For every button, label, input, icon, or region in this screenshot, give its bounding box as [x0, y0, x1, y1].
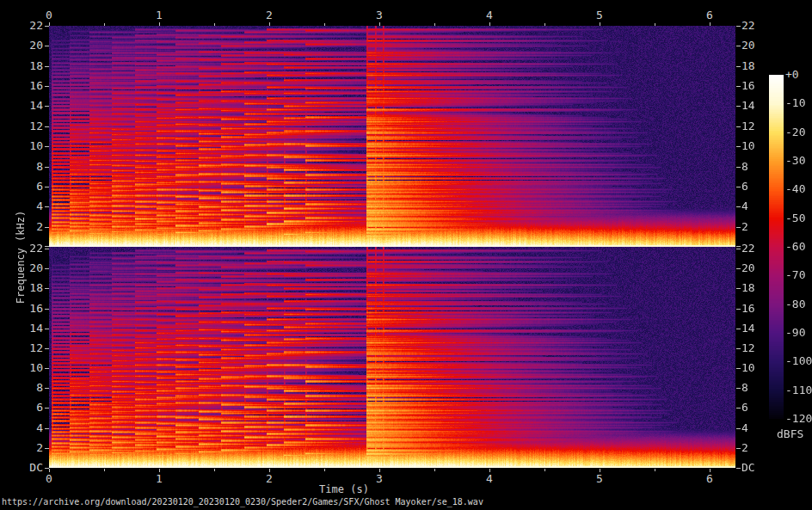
- freq-tick-label-left: 4: [12, 422, 43, 434]
- freq-tick-label-left: 18: [12, 60, 43, 72]
- time-minor-tick-top: [655, 23, 655, 26]
- time-tick-label-bottom: 5: [582, 473, 617, 485]
- freq-tick-left: [45, 368, 49, 369]
- freq-tick-left: [45, 106, 49, 107]
- freq-tick-label-left: DC: [12, 462, 43, 474]
- colorbar-tick-label: -30: [785, 155, 812, 167]
- time-tick-label-top: 3: [362, 9, 397, 22]
- time-tick-top: [269, 22, 270, 26]
- spectrogram-channel-right: [49, 247, 735, 468]
- time-minor-tick-top: [214, 23, 215, 26]
- freq-tick-right: [736, 66, 741, 67]
- spectrogram-channel-left: [49, 26, 735, 247]
- time-tick-label-top: 2: [252, 9, 286, 22]
- freq-tick-right: [736, 106, 741, 107]
- freq-tick-label-right: 18: [741, 60, 776, 72]
- colorbar-tick-label: -90: [785, 327, 812, 339]
- freq-tick-label-right: 22: [741, 20, 776, 32]
- freq-tick-label-right: 16: [741, 303, 776, 315]
- time-tick-label-bottom: 0: [32, 473, 66, 485]
- colorbar-tick-label: -120: [785, 413, 812, 425]
- time-minor-tick-top: [434, 23, 435, 26]
- freq-tick-left: [45, 66, 49, 67]
- freq-tick-left: [45, 249, 49, 249]
- colorbar-tick-label: -10: [785, 97, 812, 109]
- freq-tick-right: [736, 329, 741, 329]
- freq-tick-right: [736, 249, 741, 249]
- freq-tick-label-right: 14: [741, 323, 776, 335]
- colorbar-tick-label: -70: [785, 269, 812, 281]
- freq-tick-left: [45, 246, 49, 247]
- freq-tick-left: [45, 448, 49, 449]
- freq-tick-left: [45, 388, 49, 389]
- freq-tick-right: [736, 468, 741, 469]
- freq-tick-label-left: 14: [12, 100, 43, 112]
- freq-tick-right: [736, 348, 741, 349]
- freq-tick-label-right: 10: [741, 140, 776, 152]
- time-minor-tick-top: [544, 23, 545, 26]
- freq-tick-label-right: 2: [741, 221, 776, 233]
- time-tick-top: [710, 22, 710, 26]
- freq-tick-right: [736, 268, 741, 269]
- time-minor-tick-bottom: [434, 469, 435, 471]
- freq-tick-left: [45, 468, 49, 469]
- freq-tick-right: [736, 26, 741, 27]
- freq-tick-label-right: 14: [741, 100, 776, 112]
- freq-tick-right: [736, 408, 741, 409]
- freq-tick-label-right: 20: [741, 262, 776, 274]
- time-tick-top: [600, 22, 600, 26]
- time-tick-top: [489, 22, 490, 26]
- colorbar-tick-label: -100: [785, 355, 812, 367]
- freq-tick-right: [736, 368, 741, 369]
- freq-tick-label-right: 6: [741, 181, 776, 193]
- time-minor-tick-top: [104, 23, 105, 26]
- colorbar-tick-label: -40: [785, 183, 812, 195]
- freq-tick-label-left: 2: [12, 442, 43, 454]
- freq-tick-right: [736, 428, 741, 429]
- freq-tick-label-right: 18: [741, 282, 776, 294]
- time-minor-tick-bottom: [214, 469, 215, 471]
- freq-tick-right: [736, 309, 741, 310]
- freq-tick-label-right: 4: [741, 200, 776, 212]
- freq-tick-left: [45, 146, 49, 147]
- freq-tick-label-right: 20: [741, 40, 776, 52]
- freq-tick-right: [736, 448, 741, 449]
- freq-tick-left: [45, 309, 49, 310]
- time-tick-label-bottom: 6: [692, 473, 727, 485]
- freq-tick-left: [45, 329, 49, 329]
- freq-tick-label-right: 8: [741, 382, 776, 394]
- colorbar-tick-label: -60: [785, 241, 812, 253]
- freq-tick-right: [736, 227, 741, 228]
- time-tick-label-top: 6: [692, 9, 727, 22]
- time-tick-top: [379, 22, 380, 26]
- freq-tick-right: [736, 187, 741, 187]
- freq-tick-label-right: 8: [741, 161, 776, 173]
- time-tick-label-bottom: 2: [252, 473, 286, 485]
- freq-tick-left: [45, 348, 49, 349]
- freq-tick-left: [45, 428, 49, 429]
- spectrogram-figure: 0011223344556622222020181816161414121210…: [0, 0, 812, 510]
- x-axis-title: Time (s): [292, 483, 396, 495]
- freq-tick-right: [736, 288, 741, 289]
- colorbar-tick-label: -20: [785, 126, 812, 138]
- time-tick-label-top: 1: [142, 9, 176, 22]
- freq-tick-label-left: 16: [12, 80, 43, 92]
- freq-tick-label-right: 12: [741, 342, 776, 354]
- time-tick-label-top: 5: [582, 9, 617, 22]
- freq-tick-left: [45, 206, 49, 207]
- time-tick-top: [49, 22, 50, 26]
- freq-tick-label-left: 22: [12, 20, 43, 32]
- freq-tick-right: [736, 126, 741, 127]
- freq-tick-right: [736, 167, 741, 168]
- freq-tick-right: [736, 388, 741, 389]
- freq-tick-label-right: 6: [741, 402, 776, 414]
- time-minor-tick-bottom: [104, 469, 105, 471]
- time-minor-tick-top: [324, 23, 325, 26]
- source-url-caption: https://archive.org/download/20230120_20…: [2, 497, 483, 507]
- freq-tick-left: [45, 46, 49, 46]
- colorbar-tick-label: +0: [785, 69, 812, 81]
- time-tick-label-bottom: 1: [142, 473, 176, 485]
- time-tick-label-top: 4: [472, 9, 507, 22]
- freq-tick-right: [736, 206, 741, 207]
- time-tick-top: [159, 22, 160, 26]
